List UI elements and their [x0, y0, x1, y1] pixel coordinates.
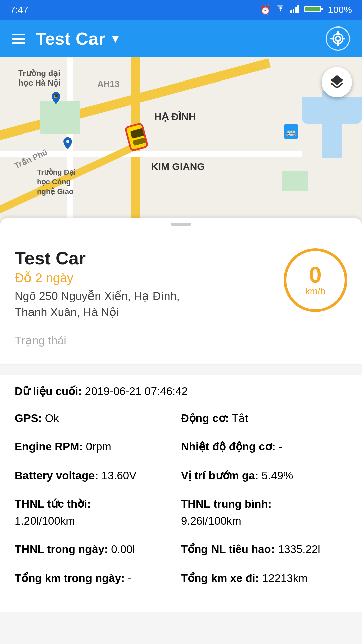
speed-value: 0	[309, 263, 322, 286]
last-data-value: 2019-06-21 07:46:42	[85, 385, 188, 397]
info-panel: Test Car Đỗ 2 ngày Ngõ 250 Nguyễn Xiển, …	[0, 235, 362, 364]
svg-rect-6	[305, 7, 320, 11]
svg-rect-0	[290, 10, 292, 13]
data-item-instant-fuel: THNL tức thời: 1.20l/100km	[15, 496, 181, 529]
total-fuel-value: 1335.22l	[278, 543, 320, 555]
battery-label: Battery voltage:	[15, 469, 98, 482]
data-item-gps: GPS: Ok	[15, 410, 181, 427]
data-row-5: Tổng km trong ngày: - Tổng km xe đi: 122…	[15, 570, 347, 587]
data-row-3: THNL tức thời: 1.20l/100km THNL trung bì…	[15, 496, 347, 529]
data-item-total-km: Tổng km xe đi: 12213km	[181, 570, 347, 587]
data-item-avg-fuel: THNL trung bình: 9.26l/100km	[181, 496, 347, 529]
map-view[interactable]: Trường đạihọc Hà Nội AH13 HẠ ĐÌNH KIM GI…	[0, 57, 362, 235]
speed-unit: km/h	[305, 286, 326, 297]
title-dropdown[interactable]: Test Car ▼	[36, 29, 121, 49]
section-divider	[0, 364, 362, 365]
daily-fuel-value: 0.00l	[111, 543, 135, 555]
dropdown-arrow-icon: ▼	[109, 32, 121, 46]
info-top-section: Test Car Đỗ 2 ngày Ngõ 250 Nguyễn Xiển, …	[15, 248, 347, 320]
car-marker	[127, 124, 147, 151]
instant-fuel-label: THNL tức thời:	[15, 498, 91, 510]
menu-button[interactable]	[12, 34, 25, 44]
vehicle-name: Test Car	[15, 248, 202, 268]
gps-value: Ok	[45, 412, 59, 424]
vehicle-address: Ngõ 250 Nguyễn Xiển, Hạ Đình, Thanh Xuân…	[15, 288, 202, 320]
speed-circle: 0 km/h	[284, 248, 347, 312]
total-fuel-label: Tổng NL tiêu hao:	[181, 543, 275, 555]
battery-icon	[304, 5, 323, 16]
engine-label: Động cơ:	[181, 412, 229, 424]
data-row-2: Battery voltage: 13.60V Vị trí bướm ga: …	[15, 467, 347, 484]
throttle-label: Vị trí bướm ga:	[181, 469, 259, 482]
app-bar: Test Car ▼	[0, 20, 362, 57]
avg-fuel-value: 9.26l/100km	[181, 515, 241, 527]
map-label-university: Trường đạihọc Hà Nội	[18, 69, 61, 88]
data-item-throttle: Vị trí bướm ga: 5.49%	[181, 467, 347, 484]
pin-bus-stop: 🚌	[284, 124, 298, 140]
instant-fuel-value: 1.20l/100km	[15, 515, 75, 527]
engine-value: Tắt	[232, 412, 248, 424]
engine-temp-label: Nhiệt độ động cơ:	[181, 440, 276, 453]
data-row-0: GPS: Ok Động cơ: Tắt	[15, 410, 347, 427]
data-section: Dữ liệu cuối: 2019-06-21 07:46:42 GPS: O…	[0, 375, 362, 612]
app-bar-left: Test Car ▼	[12, 29, 121, 49]
rpm-value: 0rpm	[86, 440, 111, 453]
data-row-4: THNL trong ngày: 0.00l Tổng NL tiêu hao:…	[15, 541, 347, 558]
data-item-battery: Battery voltage: 13.60V	[15, 467, 181, 484]
avg-fuel-label: THNL trung bình:	[181, 498, 272, 510]
daily-km-label: Tổng km trong ngày:	[15, 572, 125, 584]
battery-value: 13.60V	[102, 469, 137, 482]
signal-icon	[290, 5, 300, 15]
data-item-daily-fuel: THNL trong ngày: 0.00l	[15, 541, 181, 558]
map-label-truong-cong-nghe: Trường Đạihọc Côngnghệ Giao	[37, 168, 76, 197]
daily-fuel-label: THNL trong ngày:	[15, 543, 108, 555]
vehicle-info-left: Test Car Đỗ 2 ngày Ngõ 250 Nguyễn Xiển, …	[15, 248, 202, 320]
rpm-label: Engine RPM:	[15, 440, 83, 453]
alarm-icon: ⏰	[260, 5, 271, 15]
vehicle-status-parked: Đỗ 2 ngày	[15, 271, 202, 285]
park-area-2	[282, 171, 308, 191]
svg-point-7	[336, 36, 341, 41]
status-label: Trạng thái	[15, 327, 347, 354]
total-km-label: Tổng km xe đi:	[181, 572, 259, 584]
daily-km-value: -	[128, 572, 131, 584]
svg-rect-2	[295, 7, 297, 13]
svg-rect-3	[297, 5, 299, 13]
data-row-1: Engine RPM: 0rpm Nhiệt độ động cơ: -	[15, 438, 347, 455]
water-area-2	[322, 91, 342, 158]
last-data-label: Dữ liệu cuối:	[15, 385, 82, 397]
status-bar: 7:47 ⏰	[0, 0, 362, 20]
pull-handle[interactable]	[0, 218, 362, 235]
status-time: 7:47	[10, 5, 28, 15]
pull-chevron	[171, 223, 191, 226]
layer-toggle-button[interactable]	[322, 67, 352, 97]
map-label-ha-dinh: HẠ ĐÌNH	[154, 111, 196, 122]
data-item-rpm: Engine RPM: 0rpm	[15, 438, 181, 455]
map-label-kim-giang: KIM GIANG	[151, 161, 205, 172]
total-km-value: 12213km	[262, 572, 308, 584]
location-button[interactable]	[326, 26, 350, 51]
battery-percent: 100%	[328, 5, 352, 15]
engine-temp-value: -	[279, 440, 282, 453]
status-right-icons: ⏰ 100%	[260, 5, 352, 16]
data-item-engine-temp: Nhiệt độ động cơ: -	[181, 438, 347, 455]
data-item-total-fuel: Tổng NL tiêu hao: 1335.22l	[181, 541, 347, 558]
svg-text:🎓: 🎓	[53, 93, 59, 99]
pin-university-2	[60, 136, 75, 152]
app-title: Test Car	[36, 29, 105, 49]
gps-label: GPS:	[15, 412, 42, 424]
data-item-engine: Động cơ: Tắt	[181, 410, 347, 427]
svg-rect-5	[321, 8, 323, 10]
data-item-daily-km: Tổng km trong ngày: -	[15, 570, 181, 587]
throttle-value: 5.49%	[262, 469, 293, 482]
pin-university-1: 🎓	[49, 91, 63, 107]
map-background: Trường đạihọc Hà Nội AH13 HẠ ĐÌNH KIM GI…	[0, 57, 362, 235]
svg-rect-1	[293, 9, 294, 13]
last-data-row: Dữ liệu cuối: 2019-06-21 07:46:42	[15, 385, 347, 398]
wifi-icon	[276, 5, 286, 15]
svg-text:🚌: 🚌	[286, 127, 296, 137]
map-label-ah13: AH13	[97, 79, 119, 89]
speedometer: 0 km/h	[284, 248, 347, 312]
svg-point-8	[333, 34, 343, 43]
